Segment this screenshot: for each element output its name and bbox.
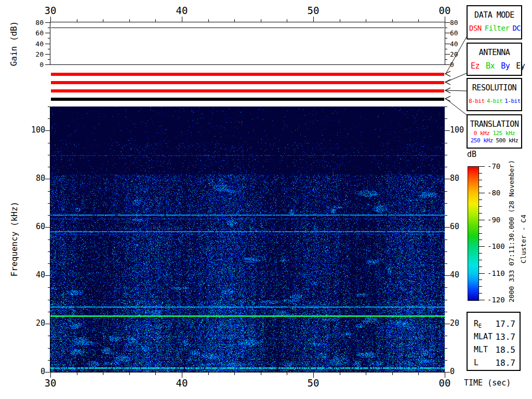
mode-option-ez: Ez (471, 61, 480, 71)
info-value: 18.7 (495, 358, 515, 368)
colorbar-minor-tick (478, 293, 482, 294)
info-row-r: RE17.7 (474, 319, 515, 329)
gain-ytick-label: 80 (450, 19, 458, 26)
mode-option-ey: Ey (516, 61, 525, 71)
gain-major-tick (45, 22, 50, 23)
control-box-options: EzBxByEy (468, 61, 521, 71)
translation-bar (51, 98, 444, 101)
freq-minor-tick (445, 143, 447, 143)
gain-major-tick (45, 64, 50, 65)
freq-minor-tick (445, 300, 447, 300)
control-box-title: ANTENNA (468, 48, 521, 57)
freq-minor-tick (445, 215, 447, 216)
mode-option-4-bit: 4-bit (487, 98, 503, 104)
time-major-tick (313, 17, 314, 22)
gain-major-tick (445, 33, 450, 33)
freq-major-tick (445, 372, 450, 373)
gain-major-tick (445, 44, 450, 44)
time-minor-tick (234, 372, 235, 375)
gain-ytick-label: 60 (25, 30, 44, 36)
control-box-resolution: RESOLUTION8-bit4-bit1-bit (467, 78, 522, 111)
colorbar-minor-tick (478, 227, 482, 227)
control-box-title: TRANSLATION (468, 119, 521, 129)
control-box-options: 8-bit4-bit1-bit (468, 98, 521, 104)
mode-option-500-khz: 500 kHz (496, 137, 518, 144)
freq-major-tick (45, 372, 50, 373)
info-label: R (474, 319, 478, 328)
gain-ytick-label: 0 (450, 61, 454, 68)
gain-minor-tick (48, 28, 50, 28)
freq-minor-tick (445, 203, 447, 204)
colorbar-minor-tick (478, 286, 482, 287)
mode-option-1-bit: 1-bit (504, 98, 521, 104)
mode-option-125-khz: 125 kHz (493, 130, 515, 137)
mode-option-dsn: DSN (469, 24, 482, 32)
gain-minor-tick (445, 49, 447, 49)
freq-minor-tick (445, 240, 447, 240)
mode-option-filter: Filter (485, 24, 510, 32)
info-label: MLT (474, 345, 488, 354)
mode-option-bx: Bx (486, 61, 495, 71)
freq-major-tick (445, 275, 450, 276)
freq-major-tick (45, 324, 50, 324)
freq-ytick-label: 0 (21, 368, 45, 376)
freq-ytick-label: 20 (450, 320, 459, 327)
freq-major-tick (445, 179, 450, 179)
time-tick-label: 30 (44, 6, 57, 16)
freq-minor-tick (445, 167, 447, 167)
colorbar-tick-label: -70 (487, 163, 500, 170)
freq-minor-tick (48, 203, 50, 204)
freq-minor-tick (48, 167, 50, 167)
time-minor-tick (261, 19, 261, 22)
freq-minor-tick (48, 336, 50, 336)
mode-option-by: By (501, 61, 510, 71)
frequency-ylabel: Frequency (kHz) (10, 202, 19, 277)
gain-minor-tick (48, 59, 50, 60)
freq-ytick-label: 40 (21, 271, 45, 279)
mode-option-8-bit: 8-bit (469, 98, 485, 104)
freq-minor-tick (445, 263, 447, 264)
gain-data-line (51, 28, 444, 28)
freq-minor-tick (48, 155, 50, 155)
colorbar-tick-label: -80 (487, 189, 500, 196)
colorbar-minor-tick (478, 187, 482, 187)
time-minor-tick (155, 372, 156, 375)
mode-option-0-khz: 0 kHz (474, 130, 490, 137)
colorbar-major-tick (478, 273, 485, 274)
time-minor-tick (287, 19, 287, 22)
freq-minor-tick (445, 287, 447, 288)
freq-major-tick (45, 130, 50, 131)
control-box-data-mode: DATA MODEDSNFilterDC (467, 5, 522, 39)
freq-minor-tick (48, 287, 50, 288)
time-minor-tick (366, 19, 366, 22)
control-box-options: 250 kHz500 kHz (468, 137, 521, 144)
gain-major-tick (45, 44, 50, 44)
spectrogram-bottom-spine (50, 372, 445, 373)
info-row-l: L18.7 (474, 358, 515, 368)
time-tick-label: 00 (438, 378, 451, 388)
colorbar-minor-tick (478, 260, 482, 260)
gain-minor-tick (48, 38, 50, 38)
colorbar-minor-tick (478, 267, 482, 267)
gain-minor-tick (48, 49, 50, 49)
time-minor-tick (340, 19, 340, 22)
gain-major-tick (445, 54, 450, 55)
colorbar-tick-label: -120 (487, 296, 505, 303)
time-tick-label: 50 (307, 378, 320, 388)
time-minor-tick (340, 372, 340, 375)
freq-major-tick (45, 227, 50, 228)
freq-minor-tick (445, 336, 447, 336)
info-label: L (474, 358, 478, 367)
control-box-antenna: ANTENNAEzBxByEy (467, 43, 522, 76)
gain-minor-tick (445, 28, 447, 28)
time-major-tick (50, 17, 51, 22)
time-minor-tick (234, 19, 235, 22)
freq-minor-tick (445, 360, 447, 361)
colorbar-tick-label: -90 (487, 216, 500, 223)
info-value: 13.7 (495, 332, 515, 342)
time-minor-tick (103, 19, 103, 22)
gain-minor-tick (445, 59, 447, 60)
mode-option-250-khz: 250 kHz (471, 137, 493, 144)
spectrogram-canvas (50, 107, 445, 372)
gain-major-tick (445, 22, 450, 23)
